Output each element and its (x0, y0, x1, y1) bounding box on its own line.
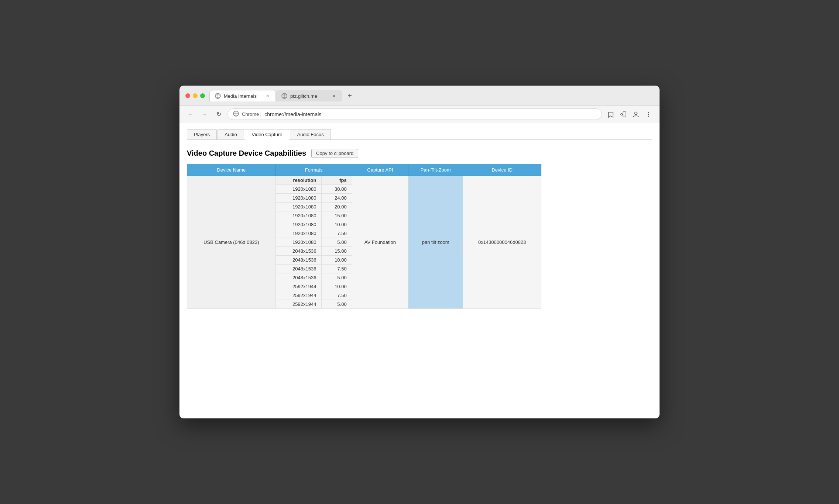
th-device-name: Device Name (187, 164, 276, 176)
tab-ptz[interactable]: ptz.glitch.me ✕ (276, 90, 342, 101)
site-icon (233, 111, 239, 118)
internal-tabs: Players Audio Video Capture Audio Focus (187, 129, 652, 140)
extensions-icon[interactable] (618, 109, 629, 120)
tabs-bar: Media Internals ✕ ptz.glitch.me (209, 90, 654, 101)
tab-audio-focus[interactable]: Audio Focus (290, 129, 331, 139)
capabilities-table: Device Name Formats Capture API Pan-Tilt… (187, 164, 541, 309)
fps-cell: 10.00 (322, 220, 352, 229)
copy-to-clipboard-button[interactable]: Copy to clipboard (311, 149, 358, 158)
fps-cell: 15.00 (322, 211, 352, 220)
resolution-cell: 1920x1080 (275, 220, 322, 229)
table-header-row: Device Name Formats Capture API Pan-Tilt… (187, 164, 541, 176)
svg-point-12 (648, 112, 649, 113)
fps-cell: 5.00 (322, 300, 352, 309)
resolution-cell: 2048x1536 (275, 273, 322, 282)
menu-icon[interactable] (643, 109, 654, 120)
back-button[interactable]: ← (185, 109, 196, 120)
reload-button[interactable]: ↻ (213, 109, 224, 120)
th-pan-tilt-zoom: Pan-Tilt-Zoom (408, 164, 463, 176)
pan-tilt-zoom-cell: pan tilt zoom (408, 176, 463, 309)
th-capture-api: Capture API (352, 164, 408, 176)
svg-rect-9 (621, 114, 622, 115)
svg-point-11 (635, 112, 637, 114)
titlebar: Media Internals ✕ ptz.glitch.me (179, 86, 660, 106)
fps-cell: 30.00 (322, 185, 352, 194)
profile-icon[interactable] (631, 109, 641, 120)
tab-audio[interactable]: Audio (218, 129, 244, 139)
resolution-subheader: resolution (275, 176, 322, 185)
svg-rect-10 (623, 112, 626, 117)
forward-button[interactable]: → (199, 109, 210, 120)
resolution-cell: 2592x1944 (275, 291, 322, 300)
tab-ptz-label: ptz.glitch.me (290, 93, 328, 99)
traffic-lights (185, 93, 205, 98)
new-tab-button[interactable]: + (345, 91, 355, 101)
resolution-cell: 1920x1080 (275, 238, 322, 247)
section-title: Video Capture Device Capabilities (187, 149, 306, 158)
tab-media-internals-close[interactable]: ✕ (264, 93, 270, 99)
page-content: Players Audio Video Capture Audio Focus … (179, 123, 660, 418)
ptz-tab-icon (281, 93, 287, 99)
address-bar[interactable]: Chrome | chrome://media-internals (227, 108, 602, 120)
capture-api-cell: AV Foundation (352, 176, 408, 309)
device-id-cell: 0x14300000046d0823 (463, 176, 541, 309)
fps-cell: 20.00 (322, 203, 352, 211)
section-header: Video Capture Device Capabilities Copy t… (187, 149, 652, 158)
resolution-cell: 1920x1080 (275, 194, 322, 203)
resolution-cell: 2592x1944 (275, 300, 322, 309)
resolution-cell: 1920x1080 (275, 203, 322, 211)
fps-cell: 7.50 (322, 291, 352, 300)
resolution-cell: 1920x1080 (275, 229, 322, 238)
table-subheader-row: USB Camera (046d:0823) resolution fps AV… (187, 176, 541, 185)
fps-subheader: fps (322, 176, 352, 185)
th-device-id: Device ID (463, 164, 541, 176)
maximize-button[interactable] (200, 93, 205, 98)
svg-point-14 (648, 115, 649, 117)
resolution-cell: 2048x1536 (275, 247, 322, 256)
fps-cell: 7.50 (322, 265, 352, 273)
address-url: chrome://media-internals (264, 111, 321, 117)
resolution-cell: 2592x1944 (275, 282, 322, 291)
device-name-cell: USB Camera (046d:0823) (187, 176, 276, 309)
tab-players[interactable]: Players (187, 129, 217, 139)
minimize-button[interactable] (193, 93, 198, 98)
fps-cell: 7.50 (322, 229, 352, 238)
toolbar-icons (606, 109, 654, 120)
fps-cell: 24.00 (322, 194, 352, 203)
bookmark-icon[interactable] (606, 109, 616, 120)
close-button[interactable] (185, 93, 190, 98)
fps-cell: 5.00 (322, 238, 352, 247)
tab-media-internals[interactable]: Media Internals ✕ (209, 90, 276, 101)
resolution-cell: 1920x1080 (275, 211, 322, 220)
resolution-cell: 1920x1080 (275, 185, 322, 194)
th-formats: Formats (275, 164, 352, 176)
media-internals-tab-icon (215, 93, 221, 99)
tab-ptz-close[interactable]: ✕ (331, 93, 337, 99)
svg-point-13 (648, 114, 649, 115)
fps-cell: 15.00 (322, 247, 352, 256)
addressbar-row: ← → ↻ Chrome | chrome://media-internals (179, 106, 660, 123)
resolution-cell: 2048x1536 (275, 265, 322, 273)
resolution-cell: 2048x1536 (275, 256, 322, 265)
fps-cell: 10.00 (322, 282, 352, 291)
fps-cell: 5.00 (322, 273, 352, 282)
address-protocol: Chrome | (242, 111, 261, 117)
tab-video-capture[interactable]: Video Capture (245, 129, 290, 140)
browser-window: Media Internals ✕ ptz.glitch.me (179, 86, 660, 418)
tab-media-internals-label: Media Internals (224, 93, 261, 99)
fps-cell: 10.00 (322, 256, 352, 265)
